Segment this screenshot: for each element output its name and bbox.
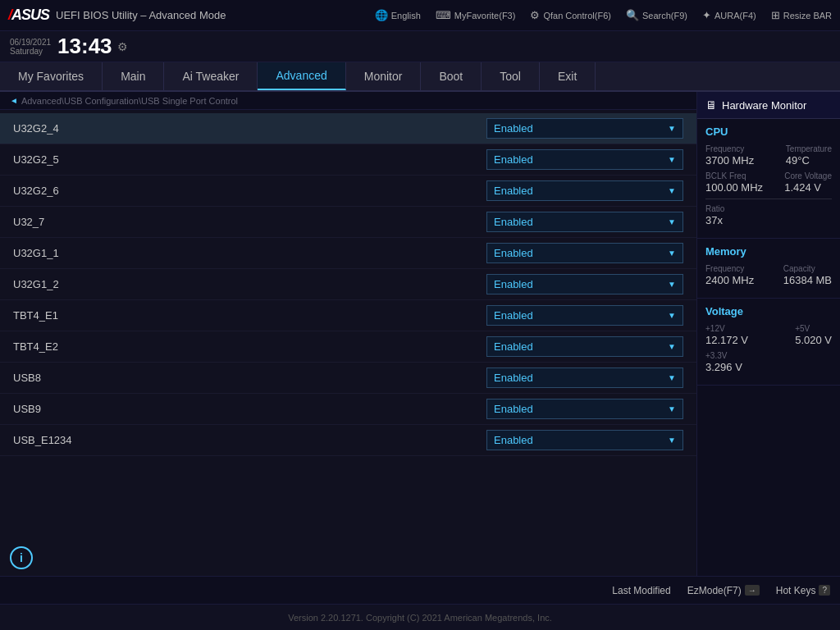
frequency-label: Frequency (705, 144, 754, 153)
frequency-col: Frequency 3700 MHz (705, 144, 754, 167)
corevolt-value: 1.424 V (784, 181, 832, 194)
breadcrumb: ◄ Advanced\USB Configuration\USB Single … (0, 92, 696, 110)
nav-advanced[interactable]: Advanced (258, 62, 345, 90)
hw-row: +12V 12.172 V +5V 5.020 V (705, 324, 832, 346)
nav-main[interactable]: Main (103, 62, 164, 90)
nav-monitor[interactable]: Monitor (346, 62, 422, 90)
dropdown-u32g2-5[interactable]: Enabled ▼ (486, 149, 683, 170)
setting-label-u32g2-4: U32G2_4 (13, 122, 486, 135)
aura-label: AURA(F4) (714, 11, 756, 21)
setting-label-usb8: USB8 (13, 372, 486, 384)
dropdown-value-u32g1-2: Enabled (494, 278, 533, 290)
table-row[interactable]: USB_E1234 Enabled ▼ (0, 425, 696, 456)
chevron-down-icon: ▼ (668, 404, 676, 413)
setting-label-tbt4-e2: TBT4_E2 (13, 340, 486, 353)
dropdown-u32g2-6[interactable]: Enabled ▼ (486, 180, 683, 201)
dropdown-usb8[interactable]: Enabled ▼ (486, 368, 683, 388)
chevron-down-icon: ▼ (668, 280, 676, 289)
last-modified-button[interactable]: Last Modified (612, 585, 670, 596)
table-row[interactable]: TBT4_E2 Enabled ▼ (0, 331, 696, 363)
copyright-bar: Version 2.20.1271. Copyright (C) 2021 Am… (0, 604, 840, 630)
setting-control-u32g2-5[interactable]: Enabled ▼ (486, 149, 683, 170)
dropdown-value-usb-e1234: Enabled (494, 434, 533, 446)
breadcrumb-arrow-icon: ◄ (10, 96, 18, 105)
table-row[interactable]: U32G2_5 Enabled ▼ (0, 144, 696, 176)
settings-gear-icon[interactable]: ⚙ (117, 40, 128, 53)
nav-exit[interactable]: Exit (540, 62, 596, 90)
table-row[interactable]: U32_7 Enabled ▼ (0, 207, 696, 238)
v12-value: 12.172 V (705, 334, 748, 346)
dropdown-usb9[interactable]: Enabled ▼ (486, 399, 683, 419)
temperature-value: 49°C (786, 154, 832, 167)
hw-row: Ratio 37x (705, 204, 832, 226)
setting-control-usb-e1234[interactable]: Enabled ▼ (486, 430, 683, 450)
search-tool[interactable]: 🔍 Search(F9) (626, 9, 687, 21)
dropdown-usb-e1234[interactable]: Enabled ▼ (486, 430, 683, 450)
setting-control-usb9[interactable]: Enabled ▼ (486, 399, 683, 419)
table-row[interactable]: U32G1_2 Enabled ▼ (0, 269, 696, 300)
hw-monitor-header: 🖥 Hardware Monitor (697, 92, 840, 119)
nav-boot[interactable]: Boot (421, 62, 482, 90)
setting-control-u32g1-1[interactable]: Enabled ▼ (486, 243, 683, 263)
dropdown-value-u32g1-1: Enabled (494, 247, 533, 259)
table-row[interactable]: USB8 Enabled ▼ (0, 363, 696, 394)
temperature-label: Temperature (786, 144, 832, 153)
table-row[interactable]: TBT4_E1 Enabled ▼ (0, 300, 696, 331)
dropdown-value-u32g2-4: Enabled (494, 122, 533, 135)
copyright-text: Version 2.20.1271. Copyright (C) 2021 Am… (288, 613, 552, 623)
hot-keys-button[interactable]: Hot Keys ? (776, 585, 830, 596)
table-row[interactable]: U32G2_6 Enabled ▼ (0, 176, 696, 207)
table-row[interactable]: U32G1_1 Enabled ▼ (0, 238, 696, 269)
v12-col: +12V 12.172 V (705, 324, 748, 346)
dropdown-u32g1-2[interactable]: Enabled ▼ (486, 274, 683, 294)
chevron-down-icon: ▼ (668, 249, 676, 258)
dropdown-tbt4-e2[interactable]: Enabled ▼ (486, 336, 683, 357)
corevolt-col: Core Voltage 1.424 V (784, 171, 832, 194)
setting-control-usb8[interactable]: Enabled ▼ (486, 368, 683, 388)
temperature-col: Temperature 49°C (786, 144, 832, 167)
nav-my-favorites[interactable]: My Favorites (0, 62, 103, 90)
dropdown-value-usb9: Enabled (494, 403, 533, 415)
day-text: Saturday (10, 47, 51, 56)
chevron-down-icon: ▼ (668, 217, 676, 226)
dropdown-u32g2-4[interactable]: Enabled ▼ (486, 118, 683, 139)
logo-area: /ASUS UEFI BIOS Utility – Advanced Mode (8, 7, 226, 24)
setting-control-u32g2-4[interactable]: Enabled ▼ (486, 118, 683, 139)
chevron-down-icon: ▼ (668, 436, 676, 445)
resizebar-tool[interactable]: ⊞ Resize BAR (771, 9, 832, 21)
dropdown-u32-7[interactable]: Enabled ▼ (486, 212, 683, 232)
hw-row: BCLK Freq 100.00 MHz Core Voltage 1.424 … (705, 171, 832, 194)
v12-label: +12V (705, 324, 748, 333)
breadcrumb-text: Advanced\USB Configuration\USB Single Po… (21, 96, 238, 106)
dropdown-tbt4-e1[interactable]: Enabled ▼ (486, 305, 683, 326)
search-label: Search(F9) (642, 11, 687, 21)
dropdown-u32g1-1[interactable]: Enabled ▼ (486, 243, 683, 263)
keyboard-icon: ⌨ (436, 9, 451, 21)
setting-label-u32g2-5: U32G2_5 (13, 153, 486, 166)
aura-icon: ✦ (702, 9, 711, 21)
nav-tool[interactable]: Tool (482, 62, 540, 90)
table-row[interactable]: U32G2_4 Enabled ▼ (0, 113, 696, 144)
setting-control-tbt4-e1[interactable]: Enabled ▼ (486, 305, 683, 326)
chevron-down-icon: ▼ (668, 155, 676, 164)
mem-freq-col: Frequency 2400 MHz (705, 264, 754, 286)
language-tool[interactable]: 🌐 English (375, 9, 421, 21)
mem-cap-value: 16384 MB (783, 274, 832, 286)
nav-ai-tweaker[interactable]: Ai Tweaker (164, 62, 258, 90)
ez-mode-button[interactable]: EzMode(F7) → (687, 585, 760, 596)
setting-label-usb9: USB9 (13, 403, 486, 415)
myfavorite-tool[interactable]: ⌨ MyFavorite(F3) (436, 9, 516, 21)
qfan-tool[interactable]: ⚙ Qfan Control(F6) (530, 9, 611, 21)
setting-control-tbt4-e2[interactable]: Enabled ▼ (486, 336, 683, 357)
time-display: 13:43 (57, 34, 112, 59)
hw-monitor-panel: 🖥 Hardware Monitor CPU Frequency 3700 MH… (696, 92, 840, 576)
chevron-down-icon: ▼ (668, 186, 676, 195)
setting-control-u32-7[interactable]: Enabled ▼ (486, 212, 683, 232)
chevron-down-icon: ▼ (668, 373, 676, 382)
setting-control-u32g1-2[interactable]: Enabled ▼ (486, 274, 683, 294)
setting-control-u32g2-6[interactable]: Enabled ▼ (486, 180, 683, 201)
bclk-label: BCLK Freq (705, 171, 763, 180)
aura-tool[interactable]: ✦ AURA(F4) (702, 9, 756, 21)
table-row[interactable]: USB9 Enabled ▼ (0, 394, 696, 425)
info-icon: i (10, 546, 33, 569)
